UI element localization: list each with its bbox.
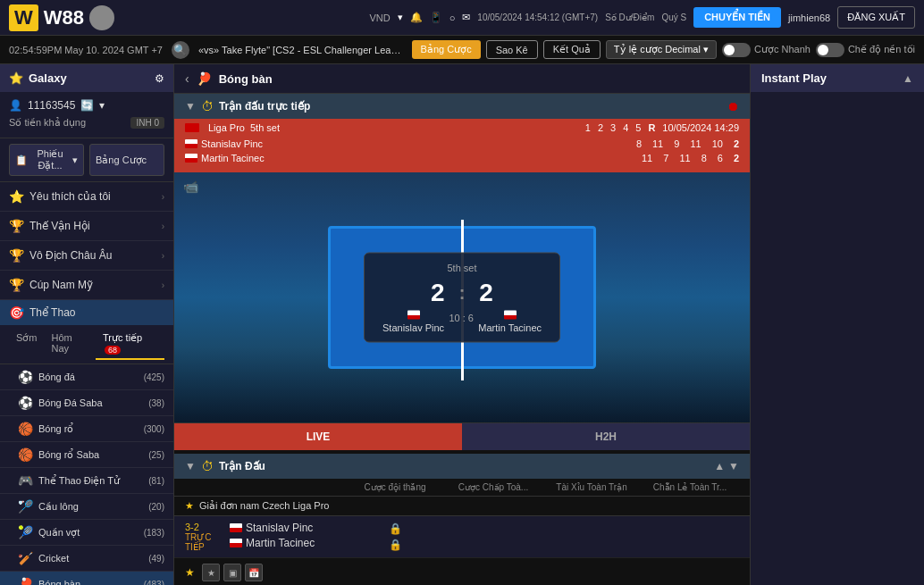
badminton-icon: 🏸 (18, 499, 33, 514)
chevron-user-icon[interactable]: ▾ (99, 99, 105, 112)
sidebar-sport-bong-ban[interactable]: 🏓 Bóng bàn (483) (0, 572, 173, 585)
refresh-icon[interactable]: 🔄 (80, 99, 94, 112)
cau-long-left: 🏸 Cầu lông (18, 499, 79, 514)
ket-qua-button[interactable]: Kết Quả (543, 40, 601, 59)
player2-flag-icon (185, 154, 197, 163)
quan-vot-name: Quần vợt (38, 527, 80, 539)
tran-dau-down-icon[interactable]: ▼ (728, 460, 739, 472)
tab-live[interactable]: LIVE (174, 423, 462, 450)
overlay-set-label: 5th set (382, 263, 542, 273)
menu-left-yeu-thich: ⭐ Yêu thích của tôi (9, 189, 111, 204)
fav-calendar-icon[interactable]: 📅 (245, 564, 263, 581)
top-nav: W W88 VND ▾ 🔔 📱 ○ ✉ 10/05/2024 14:54:12 … (0, 0, 924, 36)
circle-icon[interactable]: ○ (449, 13, 456, 23)
tab-truc-tiep[interactable]: Trực tiếp 68 (96, 329, 164, 360)
ip-header: Instant Play ▲ (751, 64, 924, 92)
esport-count: (81) (148, 476, 164, 486)
bth-name (185, 482, 346, 492)
live-panel-header: ▼ ⏱ Trận đấu trực tiếp ⏺ (174, 94, 750, 119)
phone-icon[interactable]: 📱 (430, 12, 442, 23)
sidebar-sport-cau-long[interactable]: 🏸 Cầu lông (20) (0, 494, 173, 520)
fav-video-icon[interactable]: ▣ (223, 564, 241, 581)
col2: 2 (598, 122, 603, 133)
mail-icon[interactable]: ✉ (462, 12, 470, 23)
cuoc-nhanh-switch[interactable] (722, 43, 751, 57)
sidebar-sport-bong-da[interactable]: ⚽ Bóng đá (425) (0, 364, 173, 390)
phieu-dat-button[interactable]: 📋 Phiếu Đặt... ▾ (9, 144, 84, 176)
tennis-icon: 🎾 (18, 525, 33, 539)
sidebar: ⭐ Galaxy ⚙ 👤 11163545 🔄 ▾ Số tiền khả dụ… (0, 64, 174, 585)
p1s3: 9 (674, 138, 679, 149)
league-row: ★ Giải đơn nam Czech Liga Pro (174, 497, 750, 516)
player1-flag-icon (185, 139, 197, 148)
expand-tran-dau-icon[interactable]: ▼ (185, 460, 196, 472)
betting-player2-name: Martin Tacinec (246, 537, 315, 549)
sidebar-item-the-van-hoi[interactable]: 🏆 Thế Vận Hội › (0, 212, 173, 241)
sidebar-settings-icon[interactable]: ⚙ (155, 72, 164, 85)
bong-ro-left: 🏀 Bóng rổ (18, 422, 73, 436)
match-star-icon[interactable]: ★ (185, 566, 195, 579)
bth-col3: Tài Xỉu Toàn Trận (542, 482, 641, 492)
live-panel-record-icon: ⏺ (727, 99, 739, 113)
che-do-switch[interactable] (816, 43, 844, 57)
quys-label: Quý S (661, 13, 686, 22)
sidebar-sport-header: 🎯 Thể Thao (0, 300, 173, 325)
odds-dropdown[interactable]: Tỷ lệ cược Decimal ▾ (606, 40, 717, 59)
menu-label: Số Dư/Điểm (605, 13, 654, 22)
sidebar-item-yeu-thich[interactable]: ⭐ Yêu thích của tôi › (0, 182, 173, 212)
sidebar-galaxy-label: Galaxy (29, 71, 67, 85)
notification-icon[interactable]: 🔔 (410, 12, 423, 23)
bang-cuoc-sidebar-button[interactable]: Bảng Cược (89, 144, 164, 176)
top-right: VND ▾ 🔔 📱 ○ ✉ 10/05/2024 14:54:12 (GMT+7… (369, 6, 915, 29)
fav-star-icon[interactable]: ★ (202, 564, 220, 581)
chuyen-tien-button[interactable]: CHUYỂN TIỀN (693, 7, 781, 28)
tab-som[interactable]: Sớm (9, 329, 45, 360)
sidebar-sport-bong-ro[interactable]: 🏀 Bóng rổ (300) (0, 416, 173, 442)
tab-h2h[interactable]: H2H (462, 423, 750, 450)
chevron-down-icon[interactable]: ▾ (398, 12, 403, 23)
sidebar-sport-cricket[interactable]: 🏏 Cricket (49) (0, 546, 173, 572)
sidebar-sport-quan-vot[interactable]: 🎾 Quần vợt (183) (0, 520, 173, 546)
sao-ke-button[interactable]: Sao Kê (486, 40, 538, 59)
sidebar-item-cup-nam-my[interactable]: 🏆 Cúp Nam Mỹ › (0, 271, 173, 300)
dang-xuat-button[interactable]: ĐĂNG XUẤT (837, 6, 915, 29)
tran-dau-up-icon[interactable]: ▲ (714, 460, 725, 472)
sidebar-sport-bong-da-saba[interactable]: ⚽ Bóng Đá Saba (38) (0, 390, 173, 416)
league-star-icon[interactable]: ★ (185, 500, 194, 512)
bong-ro-saba-left: 🏀 Bóng rổ Saba (18, 447, 99, 462)
soccer-saba-icon: ⚽ (18, 396, 33, 410)
chevron-vo-dich-icon: › (162, 251, 164, 261)
player1-name: Stanislav Pinc (185, 138, 636, 149)
live-panel-title: Trận đấu trực tiếp (219, 100, 310, 113)
lock2-icon: 🔒 (389, 539, 402, 551)
colR: R (648, 122, 655, 133)
bang-cuoc-button[interactable]: Bảng Cược (412, 40, 481, 59)
betting-player1: Stanislav Pinc (230, 522, 346, 534)
betting-table-header: Cược đội thắng Cược Chấp Toà... Tài Xỉu … (174, 479, 750, 497)
back-button[interactable]: ‹ (185, 71, 189, 86)
lock1-icon: 🔒 (389, 522, 402, 535)
bong-ro-count: (300) (144, 424, 164, 434)
south-america-cup-icon: 🏆 (9, 278, 24, 292)
chevron-cup-icon: › (162, 280, 164, 290)
content-area: ‹ 🏓 Bóng bàn ▼ ⏱ Trận đấu trực tiếp ⏺ Li… (174, 64, 750, 585)
ip-expand-icon[interactable]: ▲ (903, 72, 913, 85)
tab-hom-nay[interactable]: Hôm Nay (45, 329, 97, 360)
instant-play-panel: Instant Play ▲ (750, 64, 924, 585)
betting-score: 3-2 (185, 522, 221, 532)
live-section-header: ‹ 🏓 Bóng bàn (174, 64, 750, 94)
live-count-badge: 68 (105, 346, 121, 355)
sidebar-sport-bong-ro-saba[interactable]: 🏀 Bóng rổ Saba (25) (0, 442, 173, 468)
p1s2: 11 (652, 138, 663, 149)
quan-vot-left: 🎾 Quần vợt (18, 525, 80, 539)
league-info: Liga Pro 5th set (185, 122, 280, 133)
search-icon[interactable]: 🔍 (172, 41, 189, 59)
sidebar-sport-esport[interactable]: 🎮 Thể Thao Điện Tử (81) (0, 468, 173, 494)
expand-live-icon[interactable]: ▼ (185, 100, 196, 113)
tran-dau-title: Trận Đấu (219, 460, 265, 472)
bong-ro-saba-count: (25) (148, 450, 164, 460)
sports-icon: 🎯 (9, 305, 24, 320)
p1-bet-flag-icon (230, 523, 242, 532)
sidebar-item-vo-dich-chau-au[interactable]: 🏆 Vô Địch Châu Âu › (0, 241, 173, 271)
overlay-player-left: Stanislav Pinc (382, 311, 444, 333)
